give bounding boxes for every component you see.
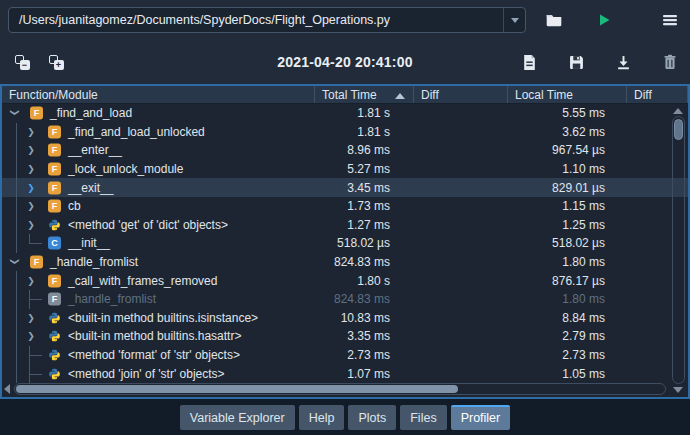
local-time-cell: 876.17 µs [508,271,627,290]
table-row[interactable]: ❯Fcb1.73 ms1.15 ms [2,197,688,216]
tab-files[interactable]: Files [400,405,446,430]
expander-collapse-icon[interactable]: ❯ [10,108,20,118]
row-label: _lock_unlock_module [68,162,183,176]
table-row[interactable]: ❯F__exit__3.45 ms829.01 µs [2,178,688,197]
class-icon: C [48,237,61,250]
diff-cell [414,123,508,142]
save-data-button[interactable] [562,48,590,76]
expander-expand-icon[interactable]: ❯ [26,331,36,341]
table-row[interactable]: <method 'join' of 'str' objects>1.07 ms1… [2,364,688,383]
scroll-down-arrow-icon[interactable] [673,387,683,393]
expander-collapse-icon[interactable]: ❯ [10,257,20,267]
local-time-cell: 1.80 ms [508,290,627,309]
local-time-cell: 8.84 ms [508,309,627,328]
scroll-up-arrow-icon[interactable] [673,108,683,114]
function-icon: F [48,144,61,157]
total-time-cell: 1.81 s [315,123,414,142]
expander-expand-icon[interactable]: ❯ [26,164,36,174]
table-row[interactable]: ❯F_handle_fromlist824.83 ms1.80 ms [2,253,688,272]
clear-data-button[interactable] [656,48,684,76]
column-header-total-time[interactable]: Total Time [315,86,414,103]
python-icon [48,218,61,231]
total-time-cell: 824.83 ms [315,253,414,272]
column-header-label: Diff [634,88,652,102]
horizontal-scroll-track[interactable] [14,383,666,395]
tree-guide-line [16,234,17,253]
horizontal-scroll-thumb[interactable] [16,385,458,393]
expander-expand-icon[interactable]: ❯ [26,127,36,137]
expander-expand-icon[interactable]: ❯ [26,145,36,155]
horizontal-scrollbar[interactable] [4,382,666,395]
function-icon: F [30,107,43,120]
column-header-diff[interactable]: Diff [414,86,508,103]
row-label: _find_and_load [50,106,132,120]
table-row[interactable]: ❯F_find_and_load1.81 s5.55 ms [2,104,688,123]
python-icon [48,367,61,380]
pane-tabbar: Variable ExplorerHelpPlotsFilesProfiler [0,399,690,435]
total-time-cell: 3.45 ms [315,178,414,197]
table-row[interactable]: C__init__518.02 µs518.02 µs [2,234,688,253]
tab-plots[interactable]: Plots [348,405,396,430]
open-file-button[interactable] [540,6,568,34]
profiler-toolbar: − + 2021-04-20 20:41:00 [0,40,690,84]
diff-cell [414,364,508,383]
function-cell: ❯F_lock_unlock_module [2,160,315,179]
table-row[interactable]: ❯<method 'get' of 'dict' objects>1.27 ms… [2,216,688,235]
file-path-combobox[interactable]: /Users/juanitagomez/Documents/SpyderDocs… [8,7,526,33]
expander-expand-icon[interactable]: ❯ [26,201,36,211]
scroll-left-arrow-icon[interactable] [4,384,10,394]
vertical-scrollbar[interactable] [670,106,686,395]
local-time-cell: 2.79 ms [508,327,627,346]
function-cell: F_handle_fromlist [2,290,315,309]
total-time-cell: 518.02 µs [315,234,414,253]
total-time-cell: 10.83 ms [315,309,414,328]
function-icon: F [48,181,61,194]
vertical-scroll-track[interactable] [672,116,685,384]
expander-expand-icon[interactable]: ❯ [26,220,36,230]
diff-cell [414,216,508,235]
total-time-cell: 5.27 ms [315,160,414,179]
column-header-diff[interactable]: Diff [627,86,688,103]
tree-guide-line [16,160,17,179]
function-cell: C__init__ [2,234,315,253]
local-time-cell: 967.54 µs [508,141,627,160]
diff-cell [414,327,508,346]
function-icon: F [48,163,61,176]
row-label: __exit__ [68,181,113,195]
expander-expand-icon[interactable]: ❯ [26,183,36,193]
tab-variable-explorer[interactable]: Variable Explorer [180,405,295,430]
expander-expand-icon[interactable]: ❯ [26,276,36,286]
row-label: <method 'join' of 'str' objects> [68,367,225,381]
table-row[interactable]: ❯F__enter__8.96 ms967.54 µs [2,141,688,160]
row-label: <built-in method builtins.hasattr> [68,329,241,343]
table-row[interactable]: ❯F_lock_unlock_module5.27 ms1.10 ms [2,160,688,179]
file-icon [522,54,537,71]
table-row[interactable]: <method 'format' of 'str' objects>2.73 m… [2,346,688,365]
tab-profiler[interactable]: Profiler [451,405,511,430]
show-output-button[interactable] [515,48,543,76]
vertical-scroll-thumb[interactable] [674,119,683,140]
table-row[interactable]: ❯<built-in method builtins.isinstance>10… [2,309,688,328]
combobox-dropdown-button[interactable] [503,8,525,32]
column-header-function-module[interactable]: Function/Module [2,86,315,103]
column-header-local-time[interactable]: Local Time [508,86,627,103]
local-time-cell: 829.01 µs [508,178,627,197]
expander-expand-icon[interactable]: ❯ [26,313,36,323]
table-row[interactable]: ❯<built-in method builtins.hasattr>3.35 … [2,327,688,346]
row-label: <method 'get' of 'dict' objects> [68,218,228,232]
table-row[interactable]: ❯F_find_and_load_unlocked1.81 s3.62 ms [2,123,688,142]
load-data-button[interactable] [609,48,637,76]
file-path-value[interactable]: /Users/juanitagomez/Documents/SpyderDocs… [9,13,503,27]
row-label: __enter__ [68,143,122,157]
main-toolbar: /Users/juanitagomez/Documents/SpyderDocs… [0,0,690,40]
run-profiler-button[interactable] [590,6,618,34]
diff-cell [414,104,508,123]
tab-help[interactable]: Help [299,405,345,430]
row-label: __init__ [68,236,110,250]
options-menu-button[interactable] [656,6,684,34]
table-row[interactable]: ❯F_call_with_frames_removed1.80 s876.17 … [2,271,688,290]
row-label: <method 'format' of 'str' objects> [68,348,240,362]
table-row[interactable]: F_handle_fromlist824.83 ms1.80 ms [2,290,688,309]
tree-guide-line [16,216,17,235]
table-rows: ❯F_find_and_load1.81 s5.55 ms❯F_find_and… [2,104,688,397]
